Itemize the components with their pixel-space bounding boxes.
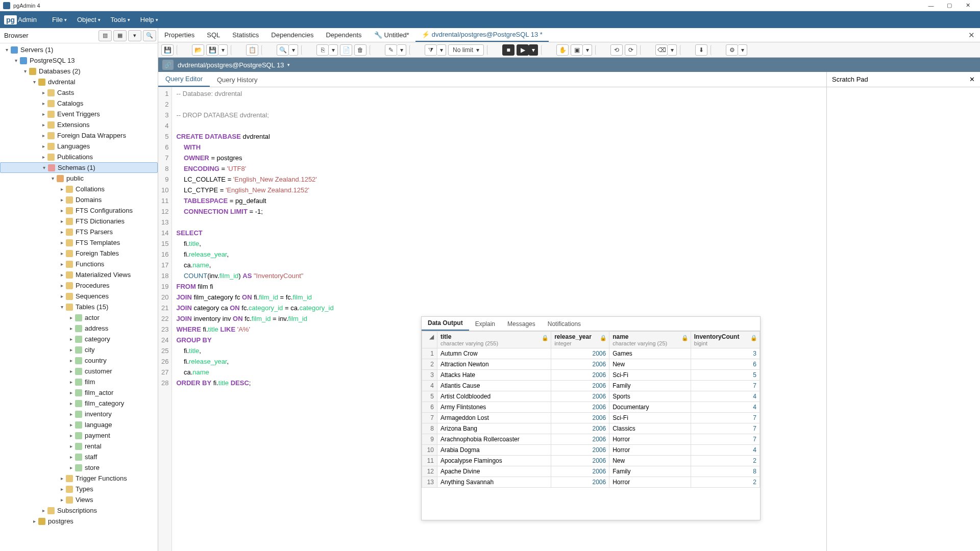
tab-close-icon[interactable]: ✕ xyxy=(963,31,980,40)
tree-arrow-icon[interactable]: ▸ xyxy=(67,433,75,438)
tree-arrow-icon[interactable]: ▾ xyxy=(58,304,65,310)
edit-dropdown[interactable]: ▾ xyxy=(397,44,406,56)
tree-item[interactable]: ▾PostgreSQL 13 xyxy=(0,55,158,66)
clear-button[interactable]: ⌫ xyxy=(655,44,668,56)
table-row[interactable]: 1Autumn Crow2006Games3 xyxy=(422,348,760,359)
filter-dropdown[interactable]: ▾ xyxy=(437,44,446,56)
tab-dependents[interactable]: Dependents xyxy=(320,28,368,42)
tree-arrow-icon[interactable]: ▸ xyxy=(67,315,75,320)
tree-arrow-icon[interactable]: ▸ xyxy=(58,293,65,299)
tree-arrow-icon[interactable]: ▸ xyxy=(58,218,65,224)
tree-arrow-icon[interactable]: ▸ xyxy=(67,358,75,363)
tree-item[interactable]: ▸country xyxy=(0,355,158,366)
tree-arrow-icon[interactable]: ▸ xyxy=(40,111,47,117)
tree-item[interactable]: ▸Materialized Views xyxy=(0,269,158,280)
result-grid[interactable]: ◢titlecharacter varying (255)🔒release_ye… xyxy=(422,331,760,520)
tree-arrow-icon[interactable]: ▸ xyxy=(58,251,65,256)
delete-button[interactable]: 🗑 xyxy=(354,44,366,56)
find-button[interactable]: 🔍 xyxy=(277,44,289,56)
tab-statistics[interactable]: Statistics xyxy=(226,28,265,42)
open-file-button[interactable]: 📂 xyxy=(192,44,204,56)
tree-item[interactable]: ▸Extensions xyxy=(0,119,158,130)
column-header[interactable]: InventoryCountbigint🔒 xyxy=(691,332,760,348)
tree-item[interactable]: ▾Schemas (1) xyxy=(0,162,158,173)
tree-item[interactable]: ▸Collations xyxy=(0,184,158,194)
tree-item[interactable]: ▸category xyxy=(0,334,158,344)
tree-arrow-icon[interactable]: ▸ xyxy=(67,325,75,331)
tree-item[interactable]: ▸address xyxy=(0,323,158,334)
tree-item[interactable]: ▸Domains xyxy=(0,194,158,205)
tree-arrow-icon[interactable]: ▸ xyxy=(58,272,65,278)
tree-arrow-icon[interactable]: ▸ xyxy=(40,122,47,128)
explain-analyze-button[interactable]: ▣ xyxy=(571,44,583,56)
tree-item[interactable]: ▸Procedures xyxy=(0,280,158,291)
tree-arrow-icon[interactable]: ▸ xyxy=(58,261,65,267)
subtab-query-history[interactable]: Query History xyxy=(210,73,264,87)
explain-dropdown[interactable]: ▾ xyxy=(583,44,592,56)
column-header[interactable]: release_yearinteger🔒 xyxy=(551,332,609,348)
tree-arrow-icon[interactable]: ▸ xyxy=(40,154,47,160)
tree-item[interactable]: ▸Foreign Tables xyxy=(0,248,158,259)
tree-item[interactable]: ▸film_category xyxy=(0,398,158,409)
maximize-button[interactable]: ▢ xyxy=(940,0,959,11)
tree-arrow-icon[interactable]: ▸ xyxy=(67,379,75,385)
tree-item[interactable]: ▸film xyxy=(0,377,158,387)
browser-btn-filter[interactable]: ▾ xyxy=(128,30,141,41)
table-row[interactable]: 9Arachnophobia Rollercoaster2006Horror7 xyxy=(422,434,760,445)
tree-arrow-icon[interactable]: ▸ xyxy=(40,90,47,95)
tree-item[interactable]: ▸actor xyxy=(0,312,158,323)
tab-properties[interactable]: Properties xyxy=(158,28,201,42)
edit-button[interactable]: ✎ xyxy=(385,44,397,56)
browser-btn-search[interactable]: 🔍 xyxy=(143,30,156,41)
tree-item[interactable]: ▾Databases (2) xyxy=(0,66,158,77)
column-header[interactable]: titlecharacter varying (255)🔒 xyxy=(437,332,551,348)
table-row[interactable]: 7Armageddon Lost2006Sci-Fi7 xyxy=(422,413,760,423)
tree-arrow-icon[interactable]: ▸ xyxy=(67,454,75,460)
tree-arrow-icon[interactable]: ▸ xyxy=(58,475,65,481)
tree-item[interactable]: ▸Subscriptions xyxy=(0,505,158,516)
tree-arrow-icon[interactable]: ▸ xyxy=(67,443,75,449)
copy-button[interactable]: ⎘ xyxy=(316,44,329,56)
save-data-button[interactable]: 💾 xyxy=(161,44,174,56)
browser-btn-grid[interactable]: ▦ xyxy=(113,30,127,41)
tree-arrow-icon[interactable]: ▸ xyxy=(67,411,75,417)
macro-button[interactable]: ⚙ xyxy=(726,44,738,56)
output-tab-data-output[interactable]: Data Output xyxy=(422,316,469,331)
tree-item[interactable]: ▸language xyxy=(0,419,158,430)
connection-bar[interactable]: 🔗 dvdrental/postgres@PostgreSQL 13 ▾ xyxy=(158,58,980,72)
tree-arrow-icon[interactable]: ▾ xyxy=(21,68,29,74)
tree-arrow-icon[interactable]: ▸ xyxy=(58,240,65,245)
stop-button[interactable]: ■ xyxy=(502,44,514,56)
output-tab-explain[interactable]: Explain xyxy=(469,317,501,331)
tree-item[interactable]: ▸staff xyxy=(0,452,158,462)
object-tree[interactable]: ▾Servers (1)▾PostgreSQL 13▾Databases (2)… xyxy=(0,43,158,551)
menu-object[interactable]: Object▾ xyxy=(72,11,106,28)
commit-button[interactable]: ⟲ xyxy=(610,44,623,56)
tree-item[interactable]: ▸Foreign Data Wrappers xyxy=(0,130,158,141)
tree-arrow-icon[interactable]: ▸ xyxy=(40,101,47,106)
browser-btn-panel[interactable]: ▥ xyxy=(99,30,112,41)
execute-dropdown[interactable]: ▾ xyxy=(529,44,538,56)
table-row[interactable]: 3Attacks Hate2006Sci-Fi5 xyxy=(422,370,760,381)
table-row[interactable]: 4Atlantis Cause2006Family7 xyxy=(422,381,760,391)
limit-select[interactable]: No limit ▾ xyxy=(448,44,484,56)
tree-item[interactable]: ▾dvdrental xyxy=(0,77,158,87)
menu-help[interactable]: Help▾ xyxy=(135,11,163,28)
tree-item[interactable]: ▸FTS Configurations xyxy=(0,205,158,216)
tree-arrow-icon[interactable]: ▸ xyxy=(67,400,75,406)
execute-button[interactable]: ▶ xyxy=(517,44,529,56)
tree-item[interactable]: ▸Catalogs xyxy=(0,98,158,109)
tree-item[interactable]: ▸store xyxy=(0,462,158,473)
tree-item[interactable]: ▸rental xyxy=(0,441,158,452)
table-row[interactable]: 13Anything Savannah2006Horror2 xyxy=(422,477,760,488)
tree-item[interactable]: ▾Servers (1) xyxy=(0,44,158,55)
menu-tools[interactable]: Tools▾ xyxy=(106,11,135,28)
copy-paste-button[interactable]: 📋 xyxy=(246,44,258,56)
output-tab-messages[interactable]: Messages xyxy=(501,317,542,331)
table-row[interactable]: 8Arizona Bang2006Classics7 xyxy=(422,423,760,434)
filter-button[interactable]: ⧩ xyxy=(425,44,437,56)
explain-button[interactable]: ✋ xyxy=(556,44,569,56)
tree-arrow-icon[interactable]: ▸ xyxy=(58,486,65,492)
tree-arrow-icon[interactable]: ▸ xyxy=(31,518,38,524)
tab-sql[interactable]: SQL xyxy=(201,28,226,42)
